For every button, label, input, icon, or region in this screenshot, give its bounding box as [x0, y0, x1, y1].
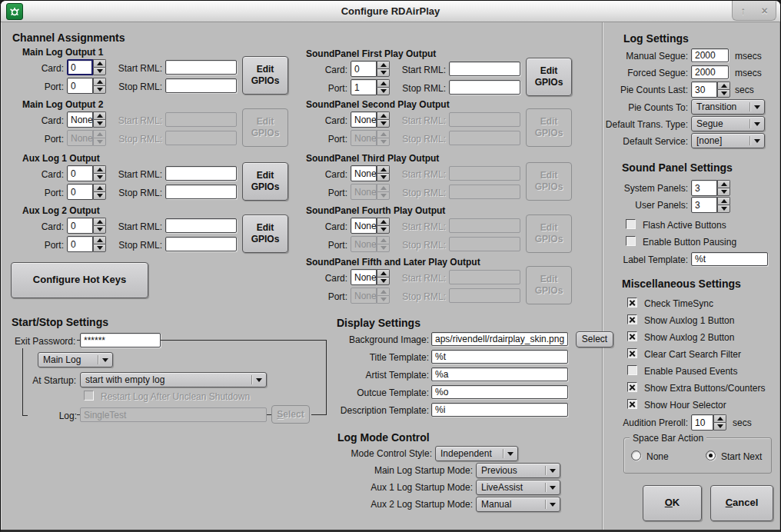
start-rml-input[interactable]: [449, 112, 520, 127]
cancel-button[interactable]: Cancel: [710, 485, 773, 521]
spin-up-icon[interactable]: [717, 197, 730, 204]
outcue-template-input[interactable]: [431, 385, 568, 399]
channel-block: Main Log Output 2 Card: None Start RML: …: [22, 99, 291, 150]
aux1-log-startup-combo[interactable]: LiveAssist: [476, 480, 560, 495]
main-log-startup-combo[interactable]: Previous: [476, 463, 560, 478]
channel-block-title: SoundPanel First Play Output: [306, 48, 436, 59]
aux2-log-startup-combo[interactable]: Manual: [476, 497, 560, 512]
start-rml-input[interactable]: [165, 218, 237, 233]
channel-block-title: Main Log Output 2: [22, 99, 103, 110]
stop-rml-label: Stop RML:: [381, 291, 446, 302]
artist-template-label: Artist Template:: [324, 370, 429, 381]
title-template-input[interactable]: [431, 350, 568, 364]
edit-gpios-button[interactable]: Edit GPIOs: [242, 56, 288, 95]
description-template-label: Description Template:: [324, 405, 429, 416]
spin-down-icon[interactable]: [717, 89, 730, 98]
start-rml-input[interactable]: [449, 218, 520, 233]
edit-gpios-button[interactable]: Edit GPIOs: [526, 214, 572, 253]
mode-control-style-combo[interactable]: Independent: [435, 446, 518, 461]
ok-button[interactable]: OK: [643, 485, 702, 521]
default-trans-type-combo[interactable]: Segue: [691, 116, 765, 131]
at-startup-combo[interactable]: start with empty log: [80, 372, 267, 387]
space-bar-none-radio[interactable]: [631, 451, 641, 461]
background-image-label: Background Image:: [324, 334, 429, 345]
spin-down-icon[interactable]: [713, 422, 726, 431]
start-rml-input[interactable]: [449, 62, 520, 76]
stop-rml-label: Stop RML:: [98, 134, 162, 145]
port-label: Port:: [306, 240, 347, 251]
default-service-combo[interactable]: [none]: [691, 133, 765, 148]
misc-checkbox[interactable]: [627, 399, 637, 409]
audition-preroll-unit: secs: [733, 417, 752, 428]
start-rml-input[interactable]: [165, 166, 237, 181]
forced-segue-input[interactable]: [691, 65, 729, 79]
shade-button[interactable]: ↑: [740, 5, 746, 16]
port-label: Port:: [306, 83, 347, 94]
edit-gpios-button[interactable]: Edit GPIOs: [526, 162, 572, 201]
edit-gpios-button[interactable]: Edit GPIOs: [526, 58, 572, 96]
card-label: Card:: [306, 65, 347, 75]
port-label: Port:: [22, 134, 64, 145]
misc-checkbox[interactable]: [627, 298, 637, 308]
flash-active-buttons-checkbox[interactable]: [626, 219, 636, 229]
misc-checkbox[interactable]: [627, 314, 637, 324]
start-rml-input[interactable]: [165, 112, 237, 127]
manual-segue-input[interactable]: [691, 48, 729, 62]
start-rml-label: Start RML:: [98, 63, 162, 74]
edit-gpios-button[interactable]: Edit GPIOs: [526, 108, 572, 147]
user-panels-spinbox[interactable]: 3: [691, 197, 730, 213]
exit-password-input[interactable]: [80, 333, 161, 347]
system-panels-spinbox[interactable]: 3: [691, 180, 730, 196]
configure-hot-keys-button[interactable]: Configure Hot Keys: [11, 262, 148, 298]
log-machine-combo[interactable]: Main Log: [38, 352, 113, 367]
audition-preroll-spinbox[interactable]: 10: [691, 414, 726, 431]
misc-checkbox[interactable]: [627, 382, 637, 392]
start-rml-input[interactable]: [165, 60, 237, 75]
stop-rml-input[interactable]: [449, 237, 520, 251]
close-button[interactable]: ×: [762, 5, 768, 16]
stop-rml-input[interactable]: [449, 131, 520, 145]
artist-template-input[interactable]: [431, 367, 568, 381]
title-bar[interactable]: Configure RDAirPlay ↑ ×: [1, 1, 780, 22]
edit-gpios-button[interactable]: Edit GPIOs: [242, 162, 288, 201]
spin-up-icon[interactable]: [717, 81, 730, 89]
background-image-select-button[interactable]: Select: [576, 331, 613, 347]
stop-rml-input[interactable]: [165, 185, 237, 199]
start-rml-input[interactable]: [449, 270, 520, 284]
log-select-button[interactable]: Select: [271, 405, 310, 424]
card-label: Card:: [22, 169, 64, 180]
spin-down-icon[interactable]: [717, 188, 730, 196]
stop-rml-label: Stop RML:: [381, 188, 446, 198]
stop-rml-input[interactable]: [449, 288, 520, 303]
pie-counts-last-spinbox[interactable]: 30: [691, 81, 730, 98]
misc-checkbox[interactable]: [627, 331, 637, 341]
start-rml-label: Start RML:: [381, 65, 446, 75]
edit-gpios-button[interactable]: Edit GPIOs: [242, 108, 288, 147]
chevron-down-icon: [102, 358, 108, 362]
misc-checkbox[interactable]: [627, 365, 637, 375]
manual-segue-unit: msecs: [735, 51, 762, 62]
default-service-label: Default Service:: [603, 136, 688, 147]
description-template-input[interactable]: [431, 403, 568, 417]
stop-rml-input[interactable]: [449, 80, 520, 95]
log-name-input[interactable]: [80, 407, 267, 422]
label-template-input[interactable]: [691, 252, 768, 266]
restart-log-checkbox[interactable]: [84, 391, 94, 401]
edit-gpios-button[interactable]: Edit GPIOs: [242, 214, 288, 253]
spin-up-icon[interactable]: [713, 414, 726, 422]
misc-checkbox[interactable]: [627, 348, 637, 358]
pie-counts-to-combo[interactable]: Transition: [691, 99, 765, 115]
spin-down-icon[interactable]: [717, 204, 730, 213]
edit-gpios-button[interactable]: Edit GPIOs: [526, 266, 572, 304]
stop-rml-input[interactable]: [165, 78, 237, 93]
stop-rml-input[interactable]: [165, 237, 237, 251]
stop-rml-input[interactable]: [165, 131, 237, 145]
stop-rml-input[interactable]: [449, 185, 520, 199]
spin-up-icon[interactable]: [717, 180, 730, 188]
enable-button-pausing-checkbox[interactable]: [626, 236, 636, 246]
background-image-input[interactable]: [431, 332, 568, 346]
chevron-down-icon: [754, 105, 760, 109]
start-rml-input[interactable]: [449, 166, 520, 181]
log-mode-heading: Log Mode Control: [337, 431, 430, 444]
space-bar-start-next-radio[interactable]: [706, 451, 716, 461]
